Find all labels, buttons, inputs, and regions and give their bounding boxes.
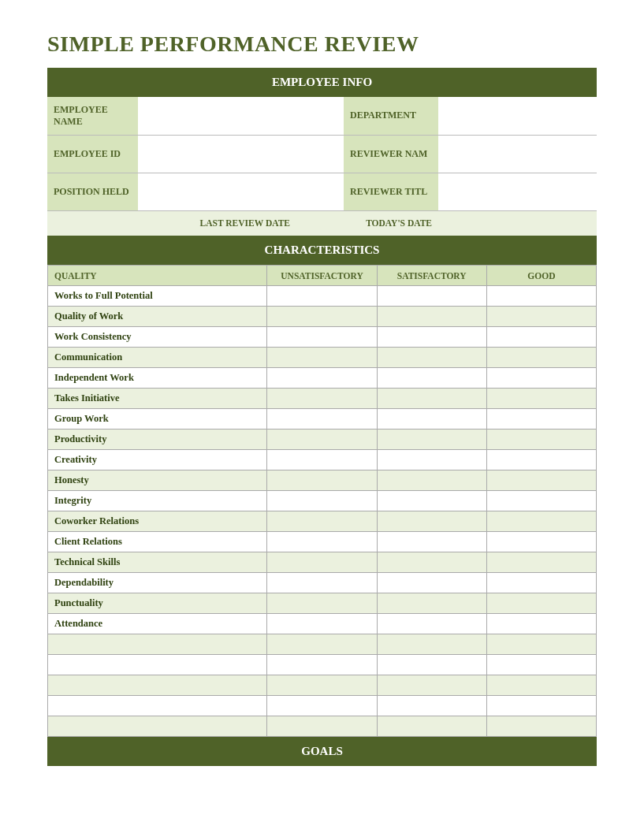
rating-cell[interactable]	[486, 368, 596, 389]
reviewer-title-value[interactable]	[438, 173, 597, 210]
rating-cell[interactable]	[486, 409, 596, 430]
rating-cell[interactable]	[377, 552, 486, 573]
rating-cell[interactable]	[486, 307, 596, 327]
table-row: Coworker Relations	[48, 511, 597, 532]
rating-cell[interactable]	[377, 655, 486, 675]
rating-cell[interactable]	[486, 430, 596, 450]
rating-cell[interactable]	[377, 286, 486, 307]
rating-cell[interactable]	[486, 348, 596, 368]
rating-cell[interactable]	[267, 286, 377, 307]
rating-cell[interactable]	[267, 716, 377, 737]
rating-cell[interactable]	[377, 716, 486, 737]
employee-id-label: EMPLOYEE ID	[47, 135, 138, 173]
rating-cell[interactable]	[267, 307, 377, 327]
rating-cell[interactable]	[267, 593, 377, 614]
quality-label	[48, 675, 267, 696]
rating-cell[interactable]	[267, 327, 377, 348]
employee-name-value[interactable]	[138, 97, 296, 135]
rating-cell[interactable]	[267, 368, 377, 389]
department-value[interactable]	[438, 97, 597, 135]
table-row: Honesty	[48, 470, 597, 491]
quality-label: Communication	[48, 348, 267, 368]
table-row: Technical Skills	[48, 552, 597, 573]
reviewer-name-label: REVIEWER NAM	[344, 135, 438, 173]
rating-cell[interactable]	[486, 614, 596, 634]
employee-name-label: EMPLOYEE NAME	[47, 97, 138, 135]
rating-cell[interactable]	[486, 716, 596, 737]
rating-cell[interactable]	[377, 409, 486, 430]
rating-cell[interactable]	[377, 675, 486, 696]
rating-cell[interactable]	[486, 286, 596, 307]
rating-cell[interactable]	[267, 696, 377, 716]
rating-cell[interactable]	[377, 511, 486, 532]
satisfactory-column-header: SATISFACTORY	[377, 266, 486, 286]
rating-cell[interactable]	[267, 552, 377, 573]
rating-cell[interactable]	[267, 573, 377, 593]
rating-cell[interactable]	[377, 573, 486, 593]
rating-cell[interactable]	[267, 634, 377, 655]
rating-cell[interactable]	[377, 491, 486, 511]
table-row: Integrity	[48, 491, 597, 511]
rating-cell[interactable]	[486, 327, 596, 348]
rating-cell[interactable]	[377, 368, 486, 389]
rating-cell[interactable]	[267, 675, 377, 696]
rating-cell[interactable]	[486, 491, 596, 511]
rating-cell[interactable]	[267, 450, 377, 470]
rating-cell[interactable]	[267, 614, 377, 634]
employee-id-value[interactable]	[138, 135, 296, 173]
rating-cell[interactable]	[267, 409, 377, 430]
table-row: Quality of Work	[48, 307, 597, 327]
rating-cell[interactable]	[486, 593, 596, 614]
rating-cell[interactable]	[377, 327, 486, 348]
table-row: Group Work	[48, 409, 597, 430]
rating-cell[interactable]	[377, 389, 486, 409]
rating-cell[interactable]	[267, 655, 377, 675]
rating-cell[interactable]	[267, 389, 377, 409]
employee-info-header: EMPLOYEE INFO	[47, 68, 597, 97]
rating-cell[interactable]	[267, 511, 377, 532]
rating-cell[interactable]	[486, 450, 596, 470]
last-review-date-label: LAST REVIEW DATE	[47, 210, 296, 236]
quality-label: Coworker Relations	[48, 511, 267, 532]
rating-cell[interactable]	[377, 696, 486, 716]
rating-cell[interactable]	[377, 532, 486, 552]
rating-cell[interactable]	[267, 491, 377, 511]
rating-cell[interactable]	[486, 532, 596, 552]
rating-cell[interactable]	[486, 573, 596, 593]
rating-cell[interactable]	[267, 470, 377, 491]
spacer-cell	[296, 135, 344, 173]
last-review-date-value[interactable]	[296, 210, 344, 236]
todays-date-value[interactable]	[438, 210, 597, 236]
quality-label: Attendance	[48, 614, 267, 634]
rating-cell[interactable]	[486, 675, 596, 696]
reviewer-name-value[interactable]	[438, 135, 597, 173]
rating-cell[interactable]	[377, 634, 486, 655]
table-row: Independent Work	[48, 368, 597, 389]
rating-cell[interactable]	[486, 552, 596, 573]
rating-cell[interactable]	[486, 470, 596, 491]
rating-cell[interactable]	[267, 532, 377, 552]
quality-label	[48, 655, 267, 675]
rating-cell[interactable]	[377, 307, 486, 327]
rating-cell[interactable]	[377, 470, 486, 491]
rating-cell[interactable]	[377, 450, 486, 470]
rating-cell[interactable]	[377, 593, 486, 614]
todays-date-label: TODAY'S DATE	[344, 210, 438, 236]
rating-cell[interactable]	[486, 634, 596, 655]
rating-cell[interactable]	[377, 348, 486, 368]
department-label: DEPARTMENT	[344, 97, 438, 135]
quality-label: Dependability	[48, 573, 267, 593]
rating-cell[interactable]	[267, 348, 377, 368]
table-row	[48, 675, 597, 696]
rating-cell[interactable]	[486, 389, 596, 409]
rating-cell[interactable]	[377, 614, 486, 634]
quality-label: Group Work	[48, 409, 267, 430]
quality-label: Punctuality	[48, 593, 267, 614]
quality-label: Client Relations	[48, 532, 267, 552]
rating-cell[interactable]	[377, 430, 486, 450]
rating-cell[interactable]	[486, 511, 596, 532]
rating-cell[interactable]	[486, 655, 596, 675]
rating-cell[interactable]	[267, 430, 377, 450]
rating-cell[interactable]	[486, 696, 596, 716]
position-held-value[interactable]	[138, 173, 296, 210]
